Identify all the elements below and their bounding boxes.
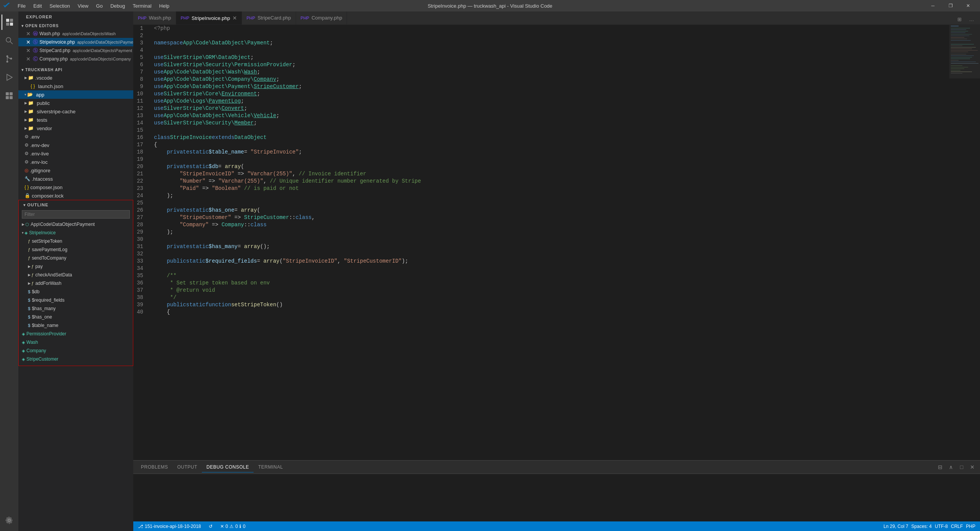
panel-up-icon[interactable]: ∧ — [946, 462, 955, 472]
menu-go[interactable]: Go — [92, 2, 106, 10]
panel-maximize-icon[interactable]: □ — [957, 462, 966, 472]
tab-stripecard[interactable]: PHP StripeCard.php — [242, 11, 296, 25]
menu-file[interactable]: File — [14, 2, 29, 10]
status-position[interactable]: Ln 29, Col 7 — [882, 524, 910, 529]
tree-env-dev[interactable]: ⚙ .env-dev — [18, 141, 133, 149]
tab-stripeinvoice[interactable]: PHP StripeInvoice.php ✕ — [176, 11, 242, 25]
status-git-branch[interactable]: ⎇ 151-invoice-api-18-10-2018 — [136, 521, 203, 531]
outline-item-company[interactable]: ◈ Company — [19, 346, 133, 355]
outline-filter-container — [19, 209, 133, 220]
outline-item-has-many[interactable]: $ $has_many — [19, 304, 133, 313]
info-count: 0 — [243, 524, 245, 529]
tab-actions: ⊞ … — [951, 14, 980, 25]
open-editor-company[interactable]: ✕ Ⓒ Company.php app\code\DataObjects\Com… — [18, 55, 133, 63]
tab-close-stripeinvoice[interactable]: ✕ — [232, 15, 237, 21]
outline-item-savepaymentlog[interactable]: ƒ savePaymentLog — [19, 245, 133, 254]
tree-app[interactable]: ▾ 📂 app — [18, 90, 133, 99]
tree-public[interactable]: ▶ 📁 public — [18, 99, 133, 107]
tree-env-loc[interactable]: ⚙ .env-loc — [18, 158, 133, 166]
line-ending-text: CRLF — [951, 524, 963, 529]
svg-rect-2 — [6, 23, 9, 26]
outline-item-checkandsetdata[interactable]: ▶ ƒ checkAndSetData — [19, 271, 133, 279]
panel-tab-terminal[interactable]: TERMINAL — [254, 462, 288, 472]
activity-debug[interactable] — [2, 70, 17, 85]
open-editor-stripecard[interactable]: ✕ Ⓢ StripeCard.php app\code\DataObjects\… — [18, 46, 133, 55]
tree-env[interactable]: ⚙ .env — [18, 132, 133, 141]
code-content[interactable]: <?php namespace App\Code\DataObject\Paym… — [152, 25, 949, 460]
outline-item-db[interactable]: $ $db — [19, 288, 133, 296]
tree-vscode[interactable]: ▶ 📁 .vscode — [18, 74, 133, 82]
outline-item-pay[interactable]: ▶ ƒ pay — [19, 262, 133, 271]
svg-point-4 — [6, 38, 11, 42]
error-count: 0 — [226, 524, 228, 529]
svg-line-5 — [10, 42, 13, 44]
outline-item-table-name[interactable]: $ $table_name — [19, 321, 133, 330]
outline-item-stripeinvoice[interactable]: ▾ ◈ StripeInvoice — [19, 229, 133, 237]
tree-composer-json[interactable]: { } composer.json — [18, 183, 133, 191]
svg-rect-1 — [10, 19, 13, 22]
open-editor-wash[interactable]: ✕ Ⓦ Wash.php app\code\DataObjects\Wash — [18, 29, 133, 38]
menu-edit[interactable]: Edit — [29, 2, 46, 10]
outline-item-permissionprovider[interactable]: ◈ PermissionProvider — [19, 330, 133, 338]
panel-close-icon[interactable]: ✕ — [968, 462, 977, 472]
activity-settings[interactable] — [2, 513, 17, 528]
panel-layout-icon[interactable]: ⊟ — [936, 462, 945, 472]
outline-item-setstripetoken[interactable]: ƒ setStripeToken — [19, 237, 133, 245]
outline-header[interactable]: ▾ OUTLINE — [19, 200, 133, 209]
activity-extensions[interactable] — [2, 88, 17, 103]
status-spaces[interactable]: Spaces: 4 — [910, 524, 933, 529]
menu-help[interactable]: Help — [155, 2, 173, 10]
outline-item-addforwash[interactable]: ▶ ƒ addForWash — [19, 279, 133, 288]
encoding-text: UTF-8 — [935, 524, 948, 529]
outline-filter-input[interactable] — [22, 210, 130, 219]
activity-explorer[interactable] — [2, 15, 17, 30]
tree-tests[interactable]: ▶ 📁 tests — [18, 116, 133, 124]
close-button[interactable]: ✕ — [959, 0, 977, 11]
outline-item-stripecustomer[interactable]: ◈ StripeCustomer — [19, 355, 133, 363]
tree-htaccess[interactable]: 🔧 .htaccess — [18, 175, 133, 183]
menu-view[interactable]: View — [74, 2, 92, 10]
activity-search[interactable] — [2, 33, 17, 48]
tree-gitignore[interactable]: ◎ .gitignore — [18, 166, 133, 175]
outline-item-has-one[interactable]: $ $has_one — [19, 313, 133, 321]
svg-line-10 — [7, 57, 10, 59]
menu-debug[interactable]: Debug — [106, 2, 129, 10]
menu-bar: File Edit Selection View Go Debug Termin… — [14, 2, 173, 10]
open-editors-section: ▾OPEN EDITORS ✕ Ⓦ Wash.php app\code\Data… — [18, 21, 133, 63]
panel: PROBLEMS OUTPUT DEBUG CONSOLE TERMINAL ⊟… — [133, 460, 980, 521]
tree-launch-json[interactable]: { } launch.json — [18, 82, 133, 90]
status-encoding[interactable]: UTF-8 — [933, 524, 949, 529]
outline-item-namespace[interactable]: ▶ ⬡ App\Code\DataObject\Payment — [19, 220, 133, 229]
code-editor[interactable]: 123 456 789 101112 131415 161718 192021 … — [133, 25, 949, 460]
split-editor-button[interactable]: ⊞ — [954, 14, 965, 25]
panel-tab-problems[interactable]: PROBLEMS — [136, 462, 173, 472]
tree-silverstripe-cache[interactable]: ▶ 📁 silverstripe-cache — [18, 107, 133, 116]
outline-item-dataobject[interactable]: ◈ DataObject — [19, 363, 133, 366]
tree-env-live[interactable]: ⚙ .env-live — [18, 149, 133, 158]
warning-icon: ⚠ — [229, 524, 234, 529]
tab-company[interactable]: PHP Company.php — [296, 11, 347, 25]
more-tabs-button[interactable]: … — [966, 14, 977, 25]
outline-item-sendtocompany[interactable]: ƒ sendToCompany — [19, 254, 133, 262]
open-editor-stripeinvoice[interactable]: ✕ Ⓢ StripeInvoice.php app\code\DataObjec… — [18, 38, 133, 46]
menu-terminal[interactable]: Terminal — [129, 2, 155, 10]
restore-button[interactable]: ❐ — [942, 0, 959, 11]
menu-selection[interactable]: Selection — [46, 2, 74, 10]
tree-vendor[interactable]: ▶ 📁 vendor — [18, 124, 133, 132]
status-language[interactable]: PHP — [964, 524, 977, 529]
outline-collapse-icon: ▾ — [23, 203, 26, 207]
status-line-ending[interactable]: CRLF — [949, 524, 964, 529]
status-errors[interactable]: ✕ 0 ⚠ 0 ℹ 0 — [219, 521, 247, 531]
activity-source-control[interactable] — [2, 51, 17, 67]
tree-composer-lock[interactable]: 🔒 composer.lock — [18, 191, 133, 200]
outline-item-wash[interactable]: ◈ Wash — [19, 338, 133, 346]
svg-rect-46 — [949, 25, 980, 78]
status-sync[interactable]: ↺ — [207, 521, 214, 531]
outline-item-required-fields[interactable]: $ $required_fields — [19, 296, 133, 304]
tab-wash[interactable]: PHP Wash.php — [133, 11, 176, 25]
svg-rect-15 — [10, 96, 13, 99]
panel-tab-debug-console[interactable]: DEBUG CONSOLE — [202, 462, 254, 472]
minimize-button[interactable]: ─ — [924, 0, 942, 11]
panel-tab-output[interactable]: OUTPUT — [173, 462, 202, 472]
branch-name: 151-invoice-api-18-10-2018 — [145, 524, 201, 529]
